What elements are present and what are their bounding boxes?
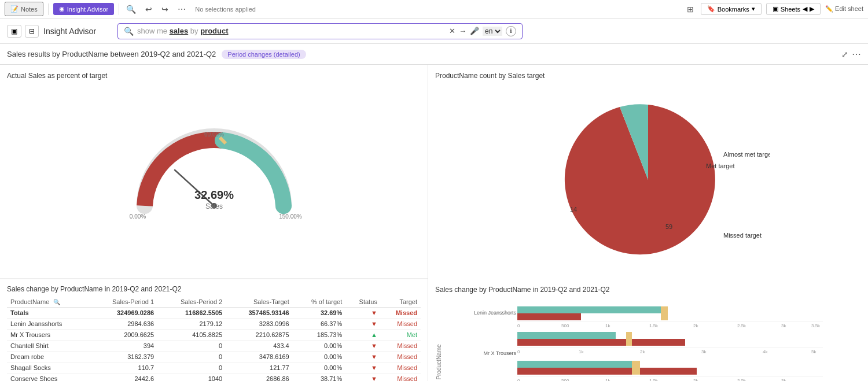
right-panel: ProductName count by Sales target Almost… bbox=[428, 65, 868, 381]
period-badge[interactable]: Period changes (detailed) bbox=[222, 50, 306, 59]
table-row: Chantell Shirt 394 0 433.4 0.00% ▼ Misse… bbox=[7, 341, 421, 352]
row-pct: 0.00% bbox=[293, 362, 345, 373]
pie-section: ProductName count by Sales target Almost… bbox=[428, 65, 868, 279]
search-submit-button[interactable]: → bbox=[459, 27, 466, 35]
results-more-button[interactable]: ⋯ bbox=[852, 49, 861, 60]
row-period2: 0 bbox=[157, 352, 226, 362]
bar-chart-svg: ProductName Lenin Jeansshorts 0 500 1k 1… bbox=[435, 298, 823, 381]
bookmarks-button[interactable]: 🔖 Bookmarks ▾ bbox=[701, 3, 762, 15]
redo-button[interactable]: ↪ bbox=[159, 2, 171, 16]
col-status: Status bbox=[345, 297, 381, 308]
expand-button[interactable]: ⤢ bbox=[841, 49, 848, 60]
info-button[interactable]: ℹ bbox=[506, 26, 516, 36]
gauge-container: 32.69% Sales 0.00% 60.00% 150.00% bbox=[7, 84, 421, 258]
top-nav: 📝 Notes ◉ Insight Advisor 🔍 ↩ ↪ ⋯ No sel… bbox=[0, 0, 868, 19]
grid-button[interactable]: ⊞ bbox=[685, 2, 696, 16]
search-clear-button[interactable]: ✕ bbox=[449, 27, 455, 35]
svg-text:500: 500 bbox=[561, 323, 569, 328]
table-row: Lenin Jeansshorts 2984.636 2179.12 3283.… bbox=[7, 319, 421, 330]
svg-text:2k: 2k bbox=[693, 378, 698, 381]
table-header-row: Sales change by ProductName in 2019-Q2 a… bbox=[7, 285, 421, 293]
main-area: Actual Sales as percent of target bbox=[0, 65, 868, 381]
edit-sheet-button[interactable]: ✏️ Edit sheet bbox=[825, 5, 863, 13]
row-period1: 2442.6 bbox=[89, 373, 157, 382]
svg-text:3k: 3k bbox=[781, 323, 786, 328]
row-period1: 2984.636 bbox=[89, 319, 157, 330]
row-status: Missed bbox=[381, 319, 421, 330]
svg-text:Missed target: Missed target bbox=[723, 232, 762, 239]
results-title: Sales results by ProductName between 201… bbox=[7, 50, 216, 58]
svg-text:Met target: Met target bbox=[706, 162, 735, 169]
row-name: Chantell Shirt bbox=[7, 341, 89, 352]
col-pct: % of target bbox=[293, 297, 345, 308]
svg-rect-40 bbox=[632, 361, 640, 375]
notes-label: Notes bbox=[21, 6, 38, 13]
toolbar2: ▣ ⊟ Insight Advisor 🔍 show me sales by p… bbox=[0, 19, 868, 44]
row-target: 121.77 bbox=[226, 362, 293, 373]
svg-text:3k: 3k bbox=[781, 378, 786, 381]
table-header: ProductName 🔍 Sales-Period 1 Sales-Perio… bbox=[7, 297, 421, 308]
svg-text:150.00%: 150.00% bbox=[279, 213, 302, 220]
row-pct: 185.73% bbox=[293, 330, 345, 341]
svg-text:1k: 1k bbox=[605, 323, 610, 328]
toolbar2-title: Insight Advisor bbox=[43, 27, 113, 36]
row-target: 433.4 bbox=[226, 341, 293, 352]
svg-text:Mr X Trousers: Mr X Trousers bbox=[483, 350, 516, 356]
search-bold-product: product bbox=[200, 27, 228, 35]
edit-icon: ✏️ bbox=[825, 5, 833, 12]
bar-chart-wrapper: ProductName Lenin Jeansshorts 0 500 1k 1… bbox=[435, 298, 861, 381]
sheets-button[interactable]: ▣ Sheets ◀ ▶ bbox=[766, 3, 821, 15]
row-name: Dream robe bbox=[7, 352, 89, 362]
row-period2: 2179.12 bbox=[157, 319, 226, 330]
totals-period2: 116862.5505 bbox=[157, 308, 226, 319]
svg-text:Sales: Sales bbox=[205, 202, 222, 210]
row-period1: 2009.6625 bbox=[89, 330, 157, 341]
results-actions: ⤢ ⋯ bbox=[841, 49, 861, 60]
nav-divider-2 bbox=[119, 3, 119, 15]
undo-button[interactable]: ↩ bbox=[143, 2, 155, 16]
totals-row: Totals 324969.0286 116862.5505 357465.93… bbox=[7, 308, 421, 319]
row-arrow: ▼ bbox=[345, 319, 381, 330]
sheets-prev[interactable]: ◀ bbox=[803, 5, 807, 13]
search-actions: ✕ → 🎤 en ℹ bbox=[449, 26, 516, 36]
row-arrow: ▼ bbox=[345, 341, 381, 352]
svg-rect-14 bbox=[517, 306, 662, 313]
productname-search-icon[interactable]: 🔍 bbox=[53, 299, 60, 305]
search-text-display: show me sales by product bbox=[137, 27, 446, 35]
row-pct: 0.00% bbox=[293, 341, 345, 352]
svg-text:Almost met target: Almost met target bbox=[723, 151, 770, 158]
gauge-section: Actual Sales as percent of target bbox=[0, 65, 428, 279]
row-period2: 0 bbox=[157, 341, 226, 352]
svg-text:32.69%: 32.69% bbox=[194, 188, 234, 201]
svg-rect-28 bbox=[517, 339, 685, 346]
svg-text:0.00%: 0.00% bbox=[129, 213, 145, 220]
layout-single-button[interactable]: ▣ bbox=[7, 25, 21, 38]
sheets-next[interactable]: ▶ bbox=[810, 5, 814, 13]
svg-rect-27 bbox=[517, 332, 616, 339]
layout-split-button[interactable]: ⊟ bbox=[25, 25, 39, 38]
svg-rect-15 bbox=[517, 313, 581, 320]
row-status: Missed bbox=[381, 352, 421, 362]
search-nav-button[interactable]: 🔍 bbox=[124, 2, 138, 16]
svg-text:1.5k: 1.5k bbox=[649, 378, 659, 381]
row-status: Met bbox=[381, 330, 421, 341]
row-pct: 38.71% bbox=[293, 373, 345, 382]
insight-advisor-nav-button[interactable]: ◉ Insight Advisor bbox=[53, 3, 115, 15]
more-nav-button[interactable]: ⋯ bbox=[175, 2, 188, 16]
language-select[interactable]: en bbox=[483, 27, 502, 36]
pie-title: ProductName count by Sales target bbox=[435, 72, 861, 80]
row-status: Missed bbox=[381, 362, 421, 373]
svg-text:1k: 1k bbox=[605, 378, 610, 381]
nav-divider-1 bbox=[48, 3, 49, 15]
svg-text:60.00%: 60.00% bbox=[204, 131, 224, 138]
bar-title: Sales change by ProductName in 2019-Q2 a… bbox=[435, 286, 861, 294]
pie-svg: Almost met target Met target 14 59 Misse… bbox=[527, 96, 770, 264]
layout-buttons: ▣ ⊟ bbox=[7, 25, 39, 38]
row-pct: 0.00% bbox=[293, 352, 345, 362]
table-body: Totals 324969.0286 116862.5505 357465.93… bbox=[7, 308, 421, 382]
svg-text:5k: 5k bbox=[811, 349, 816, 354]
table-row: Shagall Socks 110.7 0 121.77 0.00% ▼ Mis… bbox=[7, 362, 421, 373]
row-target: 3283.0996 bbox=[226, 319, 293, 330]
mic-button[interactable]: 🎤 bbox=[470, 27, 479, 35]
notes-button[interactable]: 📝 Notes bbox=[5, 2, 43, 16]
